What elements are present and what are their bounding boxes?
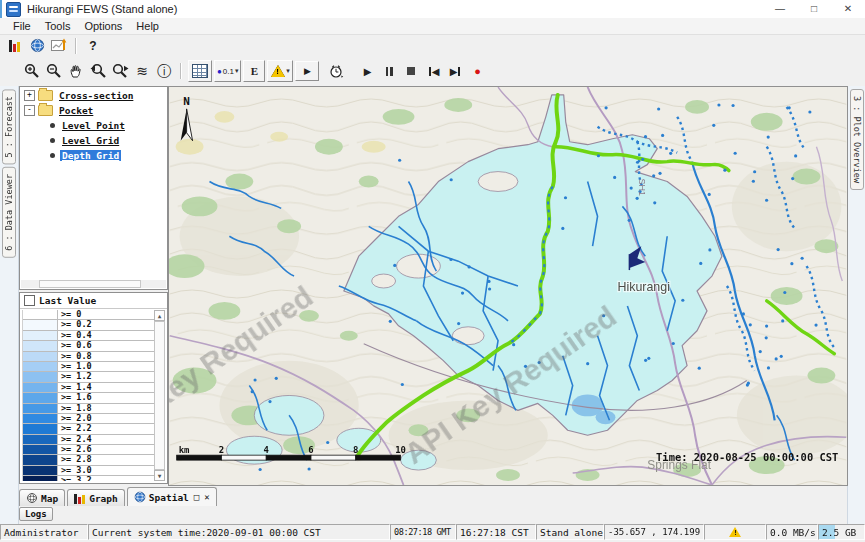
tab-map[interactable]: Map [19, 489, 65, 506]
tab-spatial[interactable]: Spatial □ ✕ [127, 487, 217, 506]
menu-options[interactable]: Options [77, 20, 129, 32]
bar-chart-icon [74, 493, 86, 504]
close-button[interactable]: ✕ [831, 0, 865, 18]
class-break-dropdown[interactable]: ● 0.1 ▾ [214, 60, 241, 82]
tree-node-level-point[interactable]: Level Point [20, 119, 167, 132]
tab-graph[interactable]: Graph [67, 489, 125, 506]
legend-class-label: >= 2.0 [58, 414, 92, 423]
map-canvas[interactable]: API Key Required API Key Required Hikura… [168, 86, 848, 486]
side-tab-5-forecast[interactable]: 5 : Forecast [2, 89, 16, 164]
legend-class-label: >= 2.8 [58, 455, 92, 464]
last-value-checkbox[interactable] [24, 295, 35, 306]
level-point-dot [658, 172, 661, 175]
bullet-icon [50, 138, 55, 143]
expander-icon[interactable]: + [24, 90, 35, 101]
legend-vertical-scrollbar[interactable]: ▲ ▼ [154, 310, 165, 481]
scroll-down-icon[interactable]: ▼ [154, 470, 165, 481]
scroll-up-icon[interactable]: ▲ [154, 310, 165, 321]
level-point-dot [794, 154, 797, 157]
legend-color-swatch [23, 383, 58, 392]
skip-to-end-button[interactable]: ▶ [445, 61, 465, 81]
zoom-next-icon[interactable] [110, 61, 130, 81]
thresholds-dropdown[interactable]: ▾ [267, 60, 293, 82]
pause-button[interactable] [379, 61, 399, 81]
expander-icon[interactable]: - [24, 105, 35, 116]
level-point-dot [781, 319, 784, 322]
menu-help[interactable]: Help [129, 20, 166, 32]
scale-segment [311, 455, 356, 460]
menu-file[interactable]: File [6, 20, 38, 32]
level-point-dot [752, 180, 755, 183]
legend-class-label: >= 2.4 [58, 435, 92, 444]
level-point-dot [457, 322, 460, 325]
level-point-dot [657, 107, 660, 110]
level-point-dot [652, 174, 655, 177]
side-tab-6-data-viewer[interactable]: 6 : Data Viewer [2, 167, 16, 258]
scrollbar-thumb[interactable] [154, 321, 165, 470]
level-point-dot [253, 378, 256, 381]
layers-icon[interactable]: ≋ [132, 61, 152, 81]
level-point-dot [708, 193, 711, 196]
tree-node-label-selected[interactable]: Depth Grid [60, 150, 121, 161]
tree-node-depth-grid[interactable]: Depth Grid [20, 149, 167, 162]
skip-to-start-button[interactable]: ◀ [423, 61, 443, 81]
record-button[interactable]: ● [467, 61, 487, 81]
grid-display-button[interactable] [188, 60, 212, 82]
status-user: Administrator [0, 524, 88, 540]
level-point-dot [647, 357, 650, 360]
database-viewer-icon[interactable] [5, 36, 25, 56]
level-point-dot [734, 152, 737, 155]
legend-button[interactable]: E [243, 60, 265, 82]
tree-node-label[interactable]: Level Point [60, 120, 127, 131]
zoom-out-icon[interactable] [44, 61, 64, 81]
maximize-button[interactable]: □ [797, 0, 831, 18]
level-point-dot [708, 248, 711, 251]
road-label: SH1 [637, 179, 647, 196]
filters-tree-panel: + Cross-section - Pocket Level Point Lev… [19, 86, 168, 290]
legend-class-label: >= 0.4 [58, 331, 92, 340]
animation-clock-icon[interactable] [326, 61, 346, 81]
tree-node-label[interactable]: Pocket [57, 105, 95, 116]
status-system-time: Current system time:2020-09-01 00:00 CST [88, 524, 390, 540]
warning-triangle-icon [271, 65, 285, 77]
side-tab-3-plot-overview[interactable]: 3 : Plot Overview [850, 89, 864, 190]
level-point-dot [669, 152, 672, 155]
bullet-icon [50, 123, 55, 128]
tab-close-icon[interactable]: ✕ [204, 492, 209, 502]
legend-color-swatch [23, 476, 58, 481]
tree-node-label[interactable]: Cross-section [57, 90, 135, 101]
tree-node-pocket[interactable]: - Pocket [20, 104, 167, 117]
zoom-in-icon[interactable] [22, 61, 42, 81]
level-point-dot [512, 343, 515, 346]
status-coordinates: -35.657 , 174.199 [604, 524, 704, 540]
zoom-previous-icon[interactable] [88, 61, 108, 81]
application-window: Hikurangi FEWS (Stand alone) — □ ✕ FileT… [0, 0, 865, 542]
help-button[interactable]: ? [83, 36, 103, 56]
level-point-dot [488, 287, 491, 290]
tree-node-level-grid[interactable]: Level Grid [20, 134, 167, 147]
spatial-display-icon[interactable] [27, 36, 47, 56]
scale-tick-label: 6 [308, 445, 313, 455]
tree-horizontal-scrollbar[interactable] [21, 280, 166, 288]
legend-class-label: >= 1.2 [58, 372, 92, 381]
tree-node-cross-section[interactable]: + Cross-section [20, 89, 167, 102]
tab-maximize-icon[interactable]: □ [194, 492, 199, 502]
play-forecast-button[interactable]: ▶ [295, 61, 319, 81]
level-point-dot [653, 201, 656, 204]
stop-button[interactable] [401, 61, 421, 81]
play-button[interactable]: ▶ [357, 61, 377, 81]
left-tab-strip: 5 : Forecast6 : Data Viewer [0, 86, 19, 542]
pan-hand-icon[interactable] [66, 61, 86, 81]
tree-node-label[interactable]: Level Grid [60, 135, 121, 146]
minimize-button[interactable]: — [763, 0, 797, 18]
timeseries-chart-icon[interactable] [49, 36, 69, 56]
legend-class-label: >= 0.8 [58, 352, 92, 361]
scale-segment [266, 455, 311, 460]
info-icon[interactable]: ⓘ [154, 61, 174, 81]
status-bar: Administrator Current system time:2020-0… [0, 524, 865, 542]
globe-icon [134, 491, 146, 503]
tab-logs[interactable]: Logs [19, 507, 53, 521]
toolbar-map: ≋ ⓘ ● 0.1 ▾ E ▾ ▶ ▶ ◀ ▶ ● 2020-08-25 [0, 56, 865, 87]
level-point-dot [777, 248, 780, 251]
menu-tools[interactable]: Tools [38, 20, 78, 32]
